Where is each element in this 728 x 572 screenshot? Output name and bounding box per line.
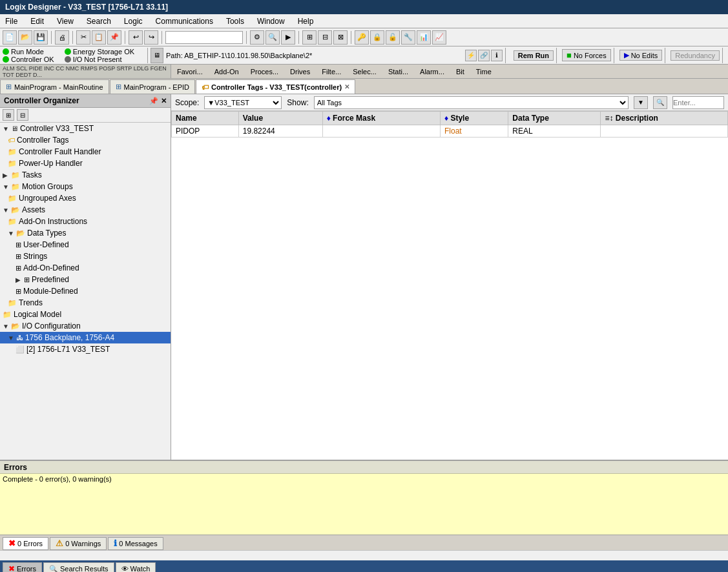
ctags-icon: 🏷 — [202, 83, 209, 91]
toolbar-btn-e[interactable]: ⊟ — [318, 30, 332, 45]
tree-assets[interactable]: ▼ 📂 Assets — [0, 204, 171, 216]
tab-bit[interactable]: Bit — [450, 65, 470, 78]
toolbar-btn-d[interactable]: ⊞ — [302, 30, 317, 45]
tree-tasks[interactable]: ▶ 📁 Tasks — [0, 169, 171, 181]
tree-user-defined[interactable]: ⊞ User-Defined — [0, 239, 171, 250]
ctags-close[interactable]: ✕ — [344, 83, 349, 90]
io-icon: 📂 — [11, 322, 20, 331]
tab-time[interactable]: Time — [470, 65, 497, 78]
path-btn2[interactable]: 🔗 — [478, 50, 490, 61]
sidebar-close-icon[interactable]: ✕ — [161, 97, 167, 105]
powerup-icon: 📁 — [8, 159, 17, 168]
tag-table-scroll[interactable]: Name Value ♦ Force Mask ♦ Style Data Typ… — [171, 111, 728, 460]
tab-filter[interactable]: Filte... — [316, 65, 347, 78]
toolbar-btn-a[interactable]: ⚙ — [250, 30, 264, 45]
toolbar-btn-l[interactable]: 📈 — [432, 30, 446, 45]
expand-controller: ▼ — [3, 125, 9, 132]
tab-mainroutine[interactable]: ⊞ MainProgram - MainRoutine — [0, 79, 109, 94]
menu-file[interactable]: File — [3, 16, 20, 26]
toolbar-btn-j[interactable]: 🔧 — [401, 30, 415, 45]
tree-controller[interactable]: ▼ 🖥 Controller V33_TEST — [0, 123, 171, 134]
toolbar-paste-btn[interactable]: 📌 — [107, 30, 121, 45]
no-edits-button[interactable]: ▶ No Edits — [619, 50, 663, 61]
controller-icon-btn[interactable]: 🖥 — [151, 48, 163, 63]
tree-controller-tags[interactable]: 🏷 Controller Tags — [0, 134, 171, 146]
tab-controller-tags[interactable]: 🏷 Controller Tags - V33_TEST(controller)… — [196, 79, 355, 94]
table-row[interactable]: PIDOP 19.82244 Float REAL — [172, 125, 728, 138]
hscroll-bar[interactable] — [0, 550, 728, 560]
toolbar-btn-c[interactable]: ▶ — [281, 30, 295, 45]
tree-trends[interactable]: 📁 Trends — [0, 297, 171, 309]
tab-alarm[interactable]: Alarm... — [414, 65, 450, 78]
app-tab-search-results[interactable]: 🔍 Search Results — [43, 562, 114, 572]
tree-motion-groups[interactable]: ▼ 📁 Motion Groups — [0, 181, 171, 192]
toolbar-btn-i[interactable]: 🔓 — [386, 30, 400, 45]
tree-backplane[interactable]: ▼ 🖧 1756 Backplane, 1756-A4 — [0, 332, 171, 343]
scope-select[interactable]: ▼V33_TEST — [204, 96, 282, 109]
app-tab-errors[interactable]: ✖ Errors — [3, 562, 42, 572]
menu-window[interactable]: Window — [255, 16, 287, 26]
filter-button[interactable]: ▼ — [634, 96, 648, 109]
tab-process[interactable]: Proces... — [245, 65, 284, 78]
sidebar-btn1[interactable]: ⊞ — [3, 109, 14, 121]
path-text: Path: AB_ETHIP-1\10.101.98.50\Backplane\… — [166, 52, 463, 59]
toolbar-btn-k[interactable]: 📊 — [417, 30, 431, 45]
tree-strings[interactable]: ⊞ Strings — [0, 250, 171, 262]
toolbar-redo-btn[interactable]: ↪ — [144, 30, 158, 45]
tab-favorites[interactable]: Favori... — [171, 65, 209, 78]
path-btn1[interactable]: ⚡ — [465, 50, 477, 61]
menu-search[interactable]: Search — [84, 16, 114, 26]
tree-addon-instructions[interactable]: 📁 Add-On Instructions — [0, 216, 171, 227]
menu-edit[interactable]: Edit — [28, 16, 47, 26]
toolbar-btn-b[interactable]: 🔍 — [265, 30, 280, 45]
rem-run-button[interactable]: Rem Run — [514, 50, 554, 61]
no-forces-button[interactable]: ■ No Forces — [562, 49, 611, 61]
toolbar-cut-btn[interactable]: ✂ — [76, 30, 90, 45]
toolbar-open-btn[interactable]: 📂 — [18, 30, 32, 45]
tree-data-types[interactable]: ▼ 📂 Data Types — [0, 227, 171, 239]
tree-addon-defined[interactable]: ⊞ Add-On-Defined — [0, 262, 171, 274]
tab-addon[interactable]: Add-On — [209, 65, 245, 78]
tree-fault-handler[interactable]: 📁 Controller Fault Handler — [0, 146, 171, 158]
toolbar-new-btn[interactable]: 📄 — [3, 30, 17, 45]
show-select[interactable]: All Tags — [314, 96, 629, 109]
tab-drives[interactable]: Drives — [284, 65, 316, 78]
toolbar-save-btn[interactable]: 💾 — [34, 30, 48, 45]
menu-help[interactable]: Help — [295, 16, 317, 26]
toolbar-btn-f[interactable]: ⊠ — [333, 30, 348, 45]
tree-predefined[interactable]: ▶ ⊞ Predefined — [0, 274, 171, 285]
trends-label: Trends — [19, 298, 43, 307]
toolbar-btn-h[interactable]: 🔒 — [370, 30, 384, 45]
tree-logical-model[interactable]: 📁 Logical Model — [0, 309, 171, 320]
tree-powerup-handler[interactable]: 📁 Power-Up Handler — [0, 158, 171, 169]
bottom-tab-messages[interactable]: ℹ 0 Messages — [108, 537, 163, 550]
toolbar-btn-g[interactable]: 🔑 — [355, 30, 369, 45]
bottom-tab-errors[interactable]: ✖ 0 Errors — [3, 537, 48, 550]
search-input[interactable] — [672, 96, 724, 109]
menu-tools[interactable]: Tools — [224, 16, 247, 26]
toolbar-print-btn[interactable]: 🖨 — [55, 30, 69, 45]
tasks-label: Tasks — [22, 170, 42, 179]
sidebar-pin-icon[interactable]: 📌 — [149, 97, 158, 105]
menu-logic[interactable]: Logic — [121, 16, 145, 26]
search-filter-btn[interactable]: 🔍 — [653, 96, 667, 109]
toolbar-copy-btn[interactable]: 📋 — [92, 30, 106, 45]
tab-epid[interactable]: ⊞ MainProgram - EPID — [110, 79, 195, 94]
bottom-tab-warnings[interactable]: ⚠ 0 Warnings — [50, 537, 107, 550]
toolbar-undo-btn[interactable]: ↩ — [129, 30, 143, 45]
path-btn3[interactable]: ℹ — [491, 50, 503, 61]
app-tab-watch[interactable]: 👁 Watch — [116, 562, 156, 572]
toolbar-sep5 — [246, 31, 247, 44]
redundancy-button[interactable]: Redundancy — [671, 50, 720, 61]
tab-stati[interactable]: Stati... — [382, 65, 414, 78]
tab-select[interactable]: Selec... — [347, 65, 382, 78]
tree-module-l71[interactable]: ⬜ [2] 1756-L71 V33_TEST — [0, 343, 171, 355]
toolbar-combo[interactable] — [165, 31, 243, 44]
menu-communications[interactable]: Communications — [153, 16, 216, 26]
tree-module-defined[interactable]: ⊞ Module-Defined — [0, 285, 171, 297]
menu-view[interactable]: View — [54, 16, 76, 26]
tree-ungrouped-axes[interactable]: 📁 Ungrouped Axes — [0, 192, 171, 204]
toolbar-row1: 📄 📂 💾 🖨 ✂ 📋 📌 ↩ ↪ ⚙ 🔍 ▶ ⊞ ⊟ ⊠ 🔑 🔒 🔓 🔧 📊 … — [0, 28, 728, 46]
tree-io-config[interactable]: ▼ 📂 I/O Configuration — [0, 320, 171, 332]
sidebar-btn2[interactable]: ⊟ — [17, 109, 28, 121]
